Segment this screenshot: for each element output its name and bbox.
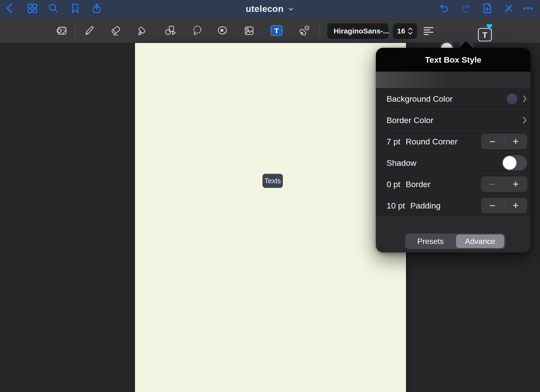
border-width-minus-button[interactable]: − [481,176,504,192]
border-width-stepper: − + [481,176,527,192]
row-shadow: Shadow [376,152,531,174]
align-left-icon [423,25,434,37]
toolbar-separator [320,23,320,37]
pen-icon [84,25,96,37]
text-tool-letter: T [274,27,279,35]
exit-edit-mode-button[interactable] [503,2,514,14]
advance-label: Advance [465,237,495,246]
pen-tool[interactable] [84,25,96,37]
pencil-cross-icon [503,2,514,14]
row-label: Shadow [387,158,416,168]
style-preview-strip [376,72,531,88]
round-corner-value: 7 pt [387,137,400,146]
document-title: utelecon [246,4,284,14]
favorite-heart-icon: ♥ [486,21,493,32]
row-label: Background Color [387,94,453,104]
row-border-width: 0 pt Border − + [376,174,531,195]
chevron-down-icon [287,6,294,12]
row-padding: 10 pt Padding − + [376,195,531,216]
row-border-color[interactable]: Border Color [376,109,531,131]
redo-button[interactable] [460,2,472,14]
highlighter-tool[interactable] [136,25,148,37]
border-width-value: 0 pt [387,180,400,189]
zoom-window-tool[interactable] [56,25,68,37]
shapes-tool[interactable] [165,25,176,37]
laser-tool[interactable] [298,25,310,37]
add-page-button[interactable] [481,2,493,14]
undo-button[interactable] [438,2,449,14]
round-corner-plus-button[interactable]: + [504,134,527,149]
sticker-icon [217,25,228,37]
popover-arrow [459,41,472,48]
zoom-window-icon [56,25,68,37]
row-label: Border [406,180,430,189]
advance-segment-selected[interactable]: Advance [456,234,504,248]
image-tool[interactable] [243,25,255,37]
document-title-button[interactable]: utelecon [0,0,540,18]
font-size-stepper[interactable]: 16 [393,23,417,39]
canvas-text-box-label: Texts [264,177,281,185]
ellipsis-icon [522,2,534,14]
round-corner-stepper: − + [481,134,527,149]
padding-value: 10 pt [387,201,405,210]
presets-label: Presets [417,237,444,246]
text-box-style-popover: Text Box Style Background Color Border C… [376,48,531,252]
eraser-icon [110,25,122,37]
text-align-button[interactable] [423,25,434,37]
row-label: Border Color [387,116,433,125]
highlighter-icon [136,25,148,37]
font-size-value: 16 [397,27,405,35]
padding-stepper: − + [481,198,527,213]
canvas-text-box[interactable]: Texts [262,174,283,188]
stepper-chevrons-icon [408,26,413,36]
text-tool-icon: T [270,25,283,37]
sticker-tool[interactable] [217,25,228,37]
toolbar: T HiraginoSans-... 16 [0,18,540,43]
row-round-corner: 7 pt Round Corner − + [376,131,531,152]
padding-minus-button[interactable]: − [481,198,504,213]
presets-advance-segmented-control: Presets Advance [405,234,506,249]
text-tool-selected[interactable]: T [270,25,283,37]
chevron-right-icon [522,95,527,103]
shadow-toggle-off[interactable] [502,155,527,171]
eraser-tool[interactable] [110,25,122,37]
background-color-swatch [507,93,517,104]
font-family-label: HiraginoSans-... [334,27,389,35]
border-width-plus-button[interactable]: + [504,176,527,192]
popover-title: Text Box Style [425,55,481,65]
row-background-color[interactable]: Background Color [376,88,531,109]
shapes-icon [165,25,176,37]
presets-segment[interactable]: Presets [405,234,456,249]
note-page[interactable] [135,43,406,392]
popover-header: Text Box Style [376,48,531,72]
row-label: Padding [410,201,441,210]
add-page-icon [481,2,493,14]
lasso-icon [192,25,203,37]
laser-pointer-icon [298,25,310,37]
redo-icon [460,2,472,14]
lasso-tool[interactable] [192,25,203,37]
chevron-right-icon [522,116,527,124]
navbar: utelecon [0,0,540,18]
row-label: Round Corner [406,137,458,146]
text-box-style-heart-button[interactable]: T ♥ [476,22,495,43]
toolbar-separator [75,23,75,37]
more-button[interactable] [522,2,534,14]
popover-rows: Background Color Border Color 7 pt Round… [376,88,531,216]
font-family-button[interactable]: HiraginoSans-... [327,23,388,39]
image-icon [243,25,255,37]
round-corner-minus-button[interactable]: − [481,134,504,149]
undo-icon [438,2,449,14]
toggle-knob [503,156,516,170]
padding-plus-button[interactable]: + [504,198,527,213]
app-root: utelecon [0,0,540,392]
